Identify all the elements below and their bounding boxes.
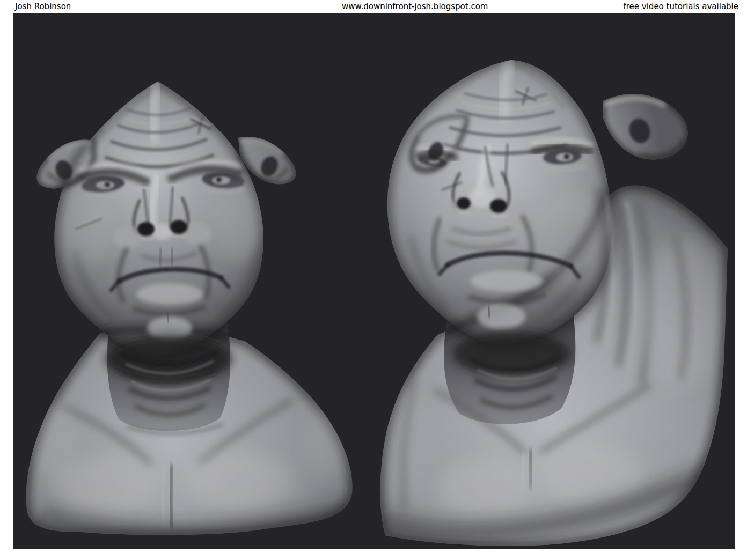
bust-front-view bbox=[26, 82, 353, 535]
sculpt-render bbox=[13, 13, 735, 549]
website-url: www.downinfront-josh.blogspot.com bbox=[342, 0, 488, 13]
header-bar: Josh Robinson www.downinfront-josh.blogs… bbox=[0, 0, 747, 13]
sculpt-canvas bbox=[13, 13, 735, 549]
artist-name: Josh Robinson bbox=[15, 0, 71, 13]
tutorials-note: free video tutorials available bbox=[623, 0, 738, 13]
bust-three-quarter-view bbox=[380, 60, 728, 546]
